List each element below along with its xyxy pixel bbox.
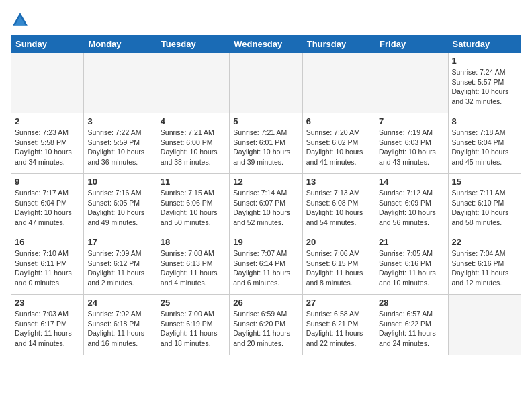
- day-info: Sunrise: 7:05 AM Sunset: 6:16 PM Dayligh…: [379, 248, 444, 288]
- day-info: Sunrise: 7:14 AM Sunset: 6:07 PM Dayligh…: [233, 188, 298, 228]
- calendar-cell: 8Sunrise: 7:18 AM Sunset: 6:04 PM Daylig…: [448, 113, 521, 174]
- weekday-header-monday: Monday: [84, 36, 157, 53]
- day-number: 18: [161, 237, 226, 247]
- day-info: Sunrise: 6:59 AM Sunset: 6:20 PM Dayligh…: [233, 309, 298, 349]
- calendar-cell: 2Sunrise: 7:23 AM Sunset: 5:58 PM Daylig…: [11, 113, 84, 174]
- day-number: 27: [306, 298, 371, 308]
- day-info: Sunrise: 7:00 AM Sunset: 6:19 PM Dayligh…: [161, 309, 226, 349]
- day-info: Sunrise: 7:21 AM Sunset: 6:01 PM Dayligh…: [233, 128, 298, 167]
- day-number: 1: [452, 56, 517, 66]
- week-row-5: 23Sunrise: 7:03 AM Sunset: 6:17 PM Dayli…: [11, 295, 521, 355]
- calendar-cell: 23Sunrise: 7:03 AM Sunset: 6:17 PM Dayli…: [11, 295, 84, 355]
- calendar-cell: 22Sunrise: 7:04 AM Sunset: 6:16 PM Dayli…: [448, 234, 521, 295]
- weekday-header-sunday: Sunday: [11, 36, 84, 53]
- calendar-cell: 24Sunrise: 7:02 AM Sunset: 6:18 PM Dayli…: [84, 295, 157, 355]
- weekday-header-thursday: Thursday: [302, 36, 375, 53]
- calendar-cell: [448, 295, 521, 355]
- calendar-cell: 21Sunrise: 7:05 AM Sunset: 6:16 PM Dayli…: [375, 234, 448, 295]
- day-number: 14: [379, 177, 444, 187]
- calendar-cell: 19Sunrise: 7:07 AM Sunset: 6:14 PM Dayli…: [230, 234, 302, 295]
- week-row-4: 16Sunrise: 7:10 AM Sunset: 6:11 PM Dayli…: [11, 234, 521, 295]
- day-info: Sunrise: 7:19 AM Sunset: 6:03 PM Dayligh…: [379, 128, 444, 167]
- weekday-header-wednesday: Wednesday: [230, 36, 302, 53]
- header: [11, 11, 521, 30]
- calendar-cell: [375, 53, 448, 113]
- day-number: 21: [379, 237, 444, 247]
- day-number: 22: [452, 237, 517, 247]
- calendar-cell: 13Sunrise: 7:13 AM Sunset: 6:08 PM Dayli…: [302, 174, 375, 234]
- day-info: Sunrise: 7:16 AM Sunset: 6:05 PM Dayligh…: [87, 188, 152, 228]
- calendar-cell: 4Sunrise: 7:21 AM Sunset: 6:00 PM Daylig…: [157, 113, 229, 174]
- day-number: 8: [452, 116, 517, 126]
- day-number: 3: [87, 116, 152, 126]
- day-info: Sunrise: 7:06 AM Sunset: 6:15 PM Dayligh…: [306, 248, 371, 288]
- calendar-cell: 5Sunrise: 7:21 AM Sunset: 6:01 PM Daylig…: [230, 113, 302, 174]
- calendar-cell: 16Sunrise: 7:10 AM Sunset: 6:11 PM Dayli…: [11, 234, 84, 295]
- calendar-cell: 17Sunrise: 7:09 AM Sunset: 6:12 PM Dayli…: [84, 234, 157, 295]
- day-number: 20: [306, 237, 371, 247]
- weekday-header-friday: Friday: [375, 36, 448, 53]
- day-info: Sunrise: 7:12 AM Sunset: 6:09 PM Dayligh…: [379, 188, 444, 228]
- day-info: Sunrise: 7:22 AM Sunset: 5:59 PM Dayligh…: [87, 128, 152, 167]
- calendar-table: SundayMondayTuesdayWednesdayThursdayFrid…: [11, 35, 521, 355]
- day-info: Sunrise: 7:18 AM Sunset: 6:04 PM Dayligh…: [452, 128, 517, 167]
- calendar-cell: [84, 53, 157, 113]
- calendar-cell: 26Sunrise: 6:59 AM Sunset: 6:20 PM Dayli…: [230, 295, 302, 355]
- day-number: 5: [233, 116, 298, 126]
- day-info: Sunrise: 7:21 AM Sunset: 6:00 PM Dayligh…: [161, 128, 226, 167]
- calendar-cell: [230, 53, 302, 113]
- day-number: 25: [161, 298, 226, 308]
- day-info: Sunrise: 6:58 AM Sunset: 6:21 PM Dayligh…: [306, 309, 371, 349]
- day-number: 17: [87, 237, 152, 247]
- day-number: 16: [15, 237, 80, 247]
- day-info: Sunrise: 7:11 AM Sunset: 6:10 PM Dayligh…: [452, 188, 517, 228]
- day-info: Sunrise: 7:20 AM Sunset: 6:02 PM Dayligh…: [306, 128, 371, 167]
- day-number: 15: [452, 177, 517, 187]
- day-info: Sunrise: 7:23 AM Sunset: 5:58 PM Dayligh…: [15, 128, 80, 167]
- calendar-cell: 14Sunrise: 7:12 AM Sunset: 6:09 PM Dayli…: [375, 174, 448, 234]
- day-number: 12: [233, 177, 298, 187]
- calendar-cell: 10Sunrise: 7:16 AM Sunset: 6:05 PM Dayli…: [84, 174, 157, 234]
- day-number: 6: [306, 116, 371, 126]
- day-number: 4: [161, 116, 226, 126]
- day-number: 7: [379, 116, 444, 126]
- day-number: 24: [87, 298, 152, 308]
- weekday-header-saturday: Saturday: [448, 36, 521, 53]
- day-info: Sunrise: 7:24 AM Sunset: 5:57 PM Dayligh…: [452, 67, 517, 107]
- day-number: 2: [15, 116, 80, 126]
- calendar-cell: 18Sunrise: 7:08 AM Sunset: 6:13 PM Dayli…: [157, 234, 229, 295]
- logo: [11, 11, 32, 30]
- day-info: Sunrise: 6:57 AM Sunset: 6:22 PM Dayligh…: [379, 309, 444, 349]
- day-info: Sunrise: 7:17 AM Sunset: 6:04 PM Dayligh…: [15, 188, 80, 228]
- day-info: Sunrise: 7:03 AM Sunset: 6:17 PM Dayligh…: [15, 309, 80, 349]
- calendar-cell: 28Sunrise: 6:57 AM Sunset: 6:22 PM Dayli…: [375, 295, 448, 355]
- weekday-header-tuesday: Tuesday: [157, 36, 229, 53]
- day-number: 26: [233, 298, 298, 308]
- day-number: 28: [379, 298, 444, 308]
- calendar-cell: [302, 53, 375, 113]
- day-info: Sunrise: 7:13 AM Sunset: 6:08 PM Dayligh…: [306, 188, 371, 228]
- calendar-cell: 7Sunrise: 7:19 AM Sunset: 6:03 PM Daylig…: [375, 113, 448, 174]
- calendar-cell: 12Sunrise: 7:14 AM Sunset: 6:07 PM Dayli…: [230, 174, 302, 234]
- calendar-cell: 11Sunrise: 7:15 AM Sunset: 6:06 PM Dayli…: [157, 174, 229, 234]
- day-info: Sunrise: 7:08 AM Sunset: 6:13 PM Dayligh…: [161, 248, 226, 288]
- day-number: 23: [15, 298, 80, 308]
- week-row-1: 1Sunrise: 7:24 AM Sunset: 5:57 PM Daylig…: [11, 53, 521, 113]
- calendar-cell: 27Sunrise: 6:58 AM Sunset: 6:21 PM Dayli…: [302, 295, 375, 355]
- calendar-cell: 1Sunrise: 7:24 AM Sunset: 5:57 PM Daylig…: [448, 53, 521, 113]
- day-info: Sunrise: 7:07 AM Sunset: 6:14 PM Dayligh…: [233, 248, 298, 288]
- day-info: Sunrise: 7:15 AM Sunset: 6:06 PM Dayligh…: [161, 188, 226, 228]
- day-number: 11: [161, 177, 226, 187]
- day-info: Sunrise: 7:09 AM Sunset: 6:12 PM Dayligh…: [87, 248, 152, 288]
- calendar-cell: 15Sunrise: 7:11 AM Sunset: 6:10 PM Dayli…: [448, 174, 521, 234]
- calendar-cell: 3Sunrise: 7:22 AM Sunset: 5:59 PM Daylig…: [84, 113, 157, 174]
- calendar-cell: 25Sunrise: 7:00 AM Sunset: 6:19 PM Dayli…: [157, 295, 229, 355]
- week-row-2: 2Sunrise: 7:23 AM Sunset: 5:58 PM Daylig…: [11, 113, 521, 174]
- day-number: 13: [306, 177, 371, 187]
- calendar-cell: 9Sunrise: 7:17 AM Sunset: 6:04 PM Daylig…: [11, 174, 84, 234]
- logo-icon: [11, 11, 30, 30]
- day-info: Sunrise: 7:02 AM Sunset: 6:18 PM Dayligh…: [87, 309, 152, 349]
- day-number: 19: [233, 237, 298, 247]
- calendar-cell: 6Sunrise: 7:20 AM Sunset: 6:02 PM Daylig…: [302, 113, 375, 174]
- calendar-cell: 20Sunrise: 7:06 AM Sunset: 6:15 PM Dayli…: [302, 234, 375, 295]
